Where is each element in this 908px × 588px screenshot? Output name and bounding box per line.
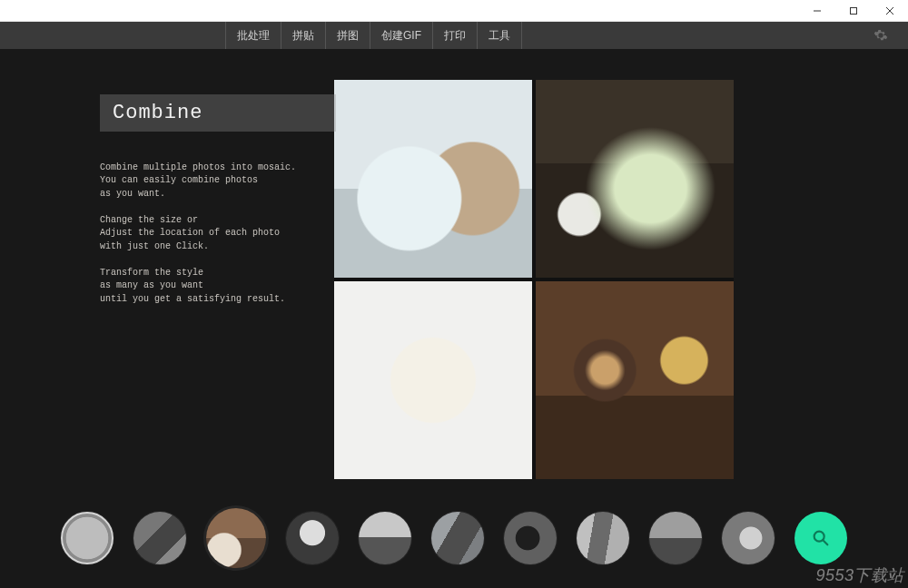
thumbnail-0[interactable] xyxy=(61,512,114,564)
thumbnail-strip xyxy=(0,501,908,588)
minimize-icon xyxy=(813,6,822,15)
gear-icon xyxy=(873,28,888,43)
thumbnail-6[interactable] xyxy=(504,512,557,564)
settings-button[interactable] xyxy=(870,28,892,43)
sample-photo-3 xyxy=(334,281,532,479)
feature-text-panel: Combine Combine multiple photos into mos… xyxy=(100,94,336,501)
thumbnail-7[interactable] xyxy=(577,512,629,564)
main-toolbar: 批处理 拼贴 拼图 创建GIF 打印 工具 xyxy=(0,22,908,49)
menu-combine[interactable]: 拼图 xyxy=(325,22,370,49)
thumbnail-9[interactable] xyxy=(722,512,775,564)
sample-photo-grid xyxy=(334,80,734,479)
svg-rect-1 xyxy=(851,7,857,14)
app-body: Combine Combine multiple photos into mos… xyxy=(0,49,908,588)
svg-line-5 xyxy=(823,540,827,544)
maximize-icon xyxy=(849,6,858,15)
thumbnail-8[interactable] xyxy=(649,512,702,564)
thumbnail-2[interactable] xyxy=(206,508,266,568)
menu-creategif[interactable]: 创建GIF xyxy=(370,22,432,49)
browse-button[interactable] xyxy=(794,512,847,564)
menu-batch[interactable]: 批处理 xyxy=(225,22,281,49)
close-icon xyxy=(885,6,894,15)
window-maximize-button[interactable] xyxy=(835,0,872,22)
menu-collage[interactable]: 拼贴 xyxy=(281,22,325,49)
sample-photo-2 xyxy=(536,80,734,278)
thumbnail-3[interactable] xyxy=(286,512,339,564)
feature-description: Combine multiple photos into mosaic. You… xyxy=(100,148,336,306)
search-icon xyxy=(811,528,831,548)
menu-print[interactable]: 打印 xyxy=(432,22,477,49)
window-titlebar xyxy=(0,0,908,22)
feature-title: Combine xyxy=(100,94,336,132)
thumbnail-4[interactable] xyxy=(359,512,411,564)
thumbnail-5[interactable] xyxy=(431,512,484,564)
menu-tools[interactable]: 工具 xyxy=(477,22,522,49)
thumbnail-1[interactable] xyxy=(133,512,186,564)
feature-content: Combine Combine multiple photos into mos… xyxy=(0,49,908,501)
toolbar-menu: 批处理 拼贴 拼图 创建GIF 打印 工具 xyxy=(225,22,522,49)
sample-photo-1 xyxy=(334,80,532,278)
window-close-button[interactable] xyxy=(872,0,908,22)
sample-photo-4 xyxy=(536,281,734,479)
window-minimize-button[interactable] xyxy=(799,0,835,22)
